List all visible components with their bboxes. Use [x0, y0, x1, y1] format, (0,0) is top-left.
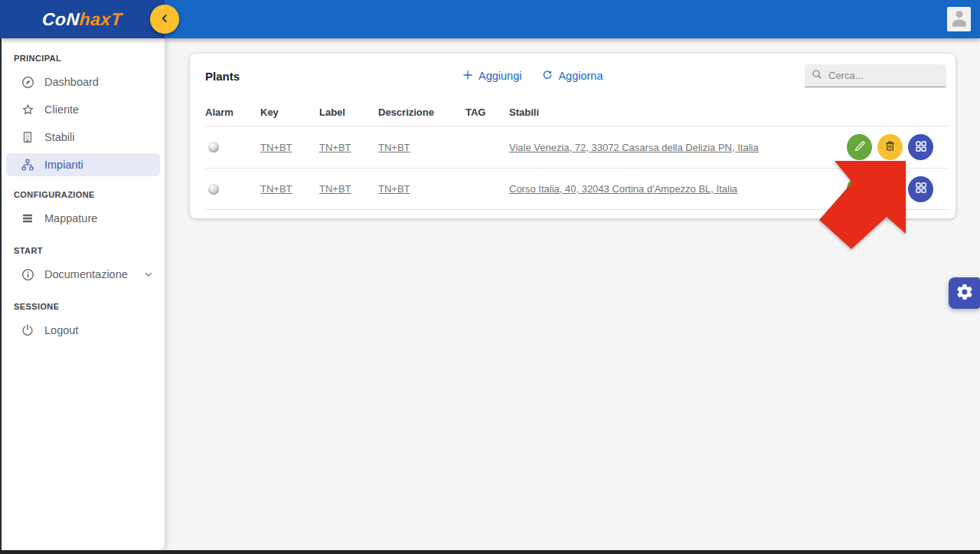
delete-button[interactable] [877, 134, 903, 160]
power-icon [20, 323, 35, 338]
sidebar-item-label: Dashboard [44, 76, 99, 88]
alarm-indicator [208, 142, 219, 152]
compass-icon [20, 74, 35, 90]
alarm-indicator [208, 184, 219, 195]
window-bottom-edge [0, 550, 980, 554]
sidebar-item-stabili[interactable]: Stabili [2, 123, 165, 151]
label-link[interactable]: TN+BT [319, 183, 351, 195]
info-icon [20, 267, 35, 282]
logo-prefix: CoN [41, 9, 80, 29]
search-input[interactable] [828, 70, 940, 81]
col-header-label: Label [319, 107, 378, 118]
user-avatar[interactable] [947, 7, 971, 31]
topbar-brand-area: CoNhaxT [0, 0, 165, 38]
sidebar-section-principal: PRINCIPAL [14, 54, 152, 63]
sitemap-icon [20, 157, 35, 172]
topbar-main-area [165, 0, 980, 38]
page-title: Plants [205, 70, 240, 83]
sidebar: PRINCIPAL Dashboard Cliente Stabili Impi… [2, 38, 165, 550]
sidebar-item-cliente[interactable]: Cliente [2, 96, 165, 123]
sidebar-item-label: Stabili [44, 131, 75, 143]
card-header: Plants Aggiungi Aggiorna [190, 54, 956, 98]
grid-icon [914, 181, 928, 197]
label-link[interactable]: TN+BT [319, 142, 351, 153]
col-header-alarm: Alarm [205, 107, 260, 118]
sidebar-item-label: Impianti [44, 159, 83, 171]
sidebar-item-documentazione[interactable]: Documentazione [2, 261, 165, 288]
col-header-stabili: Stabili [509, 107, 847, 118]
chevron-left-icon [158, 11, 172, 28]
col-header-descrizione: Descrizione [378, 107, 466, 118]
sidebar-collapse-button[interactable] [150, 5, 179, 34]
col-header-key: Key [260, 107, 319, 118]
window-left-edge [0, 38, 2, 554]
sidebar-item-label: Documentazione [44, 268, 128, 280]
table-row: TN+BT TN+BT TN+BT Viale Venezia, 72, 330… [205, 126, 948, 168]
star-icon [20, 102, 35, 117]
grid-icon [914, 139, 928, 156]
main-content: Plants Aggiungi Aggiorna [165, 38, 980, 550]
sidebar-item-mappature[interactable]: Mappature [2, 205, 165, 232]
search-icon [811, 68, 823, 84]
plants-table: Alarm Key Label Descrizione TAG Stabili … [198, 98, 948, 210]
refresh-button-label: Aggiorna [558, 70, 603, 82]
stabili-link[interactable]: Corso Italia, 40, 32043 Cortina d'Ampezz… [509, 183, 737, 195]
delete-button[interactable] [877, 176, 903, 202]
key-link[interactable]: TN+BT [260, 183, 292, 195]
search-field [805, 64, 946, 87]
stabili-link[interactable]: Viale Venezia, 72, 33072 Casarsa della D… [509, 142, 759, 153]
modules-button[interactable] [908, 176, 933, 202]
row-actions [847, 176, 948, 202]
plus-icon [462, 69, 474, 84]
card-actions: Aggiungi Aggiorna [462, 69, 603, 84]
gear-icon [956, 283, 974, 303]
refresh-icon [541, 69, 554, 84]
edit-button[interactable] [847, 134, 872, 160]
sidebar-section-configurazione: CONFIGURAZIONE [14, 190, 152, 199]
chevron-down-icon [143, 269, 154, 280]
edit-button[interactable] [847, 176, 872, 202]
add-button-label: Aggiungi [479, 70, 521, 82]
pencil-icon [853, 139, 867, 156]
trash-icon [884, 182, 897, 197]
sidebar-item-dashboard[interactable]: Dashboard [2, 68, 165, 96]
person-icon [949, 7, 970, 31]
sidebar-item-impianti[interactable]: Impianti [6, 153, 160, 176]
descrizione-link[interactable]: TN+BT [378, 142, 410, 153]
building-icon [20, 129, 35, 145]
sidebar-section-start: START [14, 246, 152, 255]
sidebar-item-logout[interactable]: Logout [2, 316, 165, 344]
pencil-icon [853, 181, 867, 197]
table-row: TN+BT TN+BT TN+BT Corso Italia, 40, 3204… [205, 168, 948, 210]
sidebar-item-label: Cliente [44, 103, 79, 116]
row-actions [847, 134, 948, 160]
rows-icon [20, 211, 35, 226]
app-top-bar: CoNhaxT [0, 0, 980, 38]
table-header-row: Alarm Key Label Descrizione TAG Stabili [205, 98, 948, 126]
trash-icon [884, 139, 897, 155]
refresh-button[interactable]: Aggiorna [541, 69, 603, 84]
key-link[interactable]: TN+BT [260, 142, 292, 153]
col-header-tag: TAG [466, 107, 509, 118]
add-button[interactable]: Aggiungi [462, 69, 521, 84]
sidebar-section-sessione: SESSIONE [14, 302, 152, 311]
plants-card: Plants Aggiungi Aggiorna [190, 54, 956, 218]
brand-logo: CoNhaxT [41, 9, 122, 30]
modules-button[interactable] [908, 134, 933, 160]
sidebar-item-label: Logout [44, 324, 78, 336]
settings-fab[interactable] [949, 277, 980, 309]
sidebar-item-label: Mappature [44, 212, 97, 225]
descrizione-link[interactable]: TN+BT [378, 183, 410, 195]
logo-suffix: haxT [79, 9, 123, 29]
